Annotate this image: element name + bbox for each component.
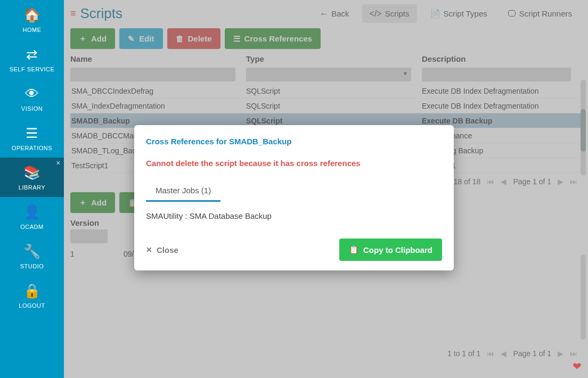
user-icon: 👤 [23,204,41,220]
sidebar-item-home[interactable]: 🏠 HOME [0,0,64,39]
sidebar-item-label: OPERATIONS [12,145,52,151]
close-icon: ✕ [146,245,152,254]
sidebar-item-label: LOGOUT [19,302,45,309]
sidebar-item-label: LIBRARY [19,184,45,191]
library-icon: 📚 [23,165,41,181]
sidebar-item-label: OCADM [20,224,43,230]
sidebar-item-label: STUDIO [20,263,44,269]
sidebar: 🏠 HOME ⇄ SELF SERVICE 👁 VISION ☰ OPERATI… [0,0,64,378]
clipboard-icon: 📋 [349,245,359,254]
close-label: Close [157,245,178,254]
home-icon: 🏠 [23,7,41,23]
tab-masterjobs[interactable]: Master Jobs (1) [146,182,220,202]
sidebar-item-selfservice[interactable]: ⇄ SELF SERVICE [0,39,64,79]
copy-clipboard-button[interactable]: 📋 Copy to Clipboard [339,239,442,261]
sidebar-item-vision[interactable]: 👁 VISION [0,79,64,118]
sidebar-item-label: HOME [23,27,42,33]
modal-actions: ✕ Close 📋 Copy to Clipboard [146,239,442,261]
modal-title: Cross References for SMADB_Backup [146,137,442,146]
eye-icon: 👁 [25,86,39,102]
sidebar-item-operations[interactable]: ☰ OPERATIONS [0,118,64,158]
close-button[interactable]: ✕ Close [146,245,178,254]
close-icon[interactable]: × [56,159,61,167]
modal-error: Cannot delete the script because it has … [146,159,442,168]
copy-label: Copy to Clipboard [363,245,432,254]
sidebar-item-label: SELF SERVICE [10,66,55,72]
wrench-icon: 🔧 [23,243,41,260]
crossrefs-modal: Cross References for SMADB_Backup Cannot… [134,125,454,270]
sidebar-item-logout[interactable]: 🔒 LOGOUT [0,276,64,315]
lock-icon: 🔒 [23,283,41,299]
heartbeat-icon[interactable]: ❤ [573,360,582,373]
modal-body: SMAUtility : SMA Database Backup [146,211,442,220]
sidebar-item-studio[interactable]: 🔧 STUDIO [0,236,64,276]
sidebar-item-library[interactable]: × 📚 LIBRARY [0,158,64,197]
sidebar-item-ocadm[interactable]: 👤 OCADM [0,197,64,236]
list-icon: ☰ [26,125,38,142]
swap-icon: ⇄ [26,46,38,63]
sidebar-item-label: VISION [21,105,43,112]
